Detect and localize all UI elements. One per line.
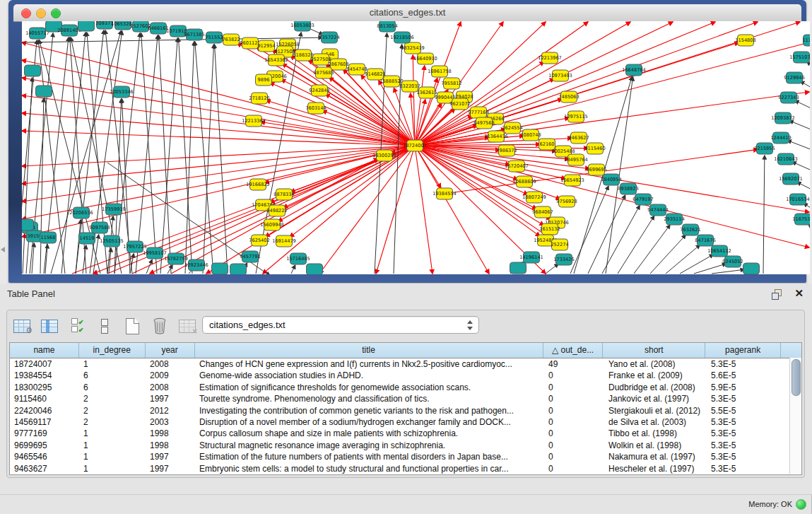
graph-node[interactable]: 9621072 — [449, 98, 470, 110]
float-panel-icon[interactable] — [772, 289, 782, 300]
graph-node[interactable] — [212, 263, 228, 274]
graph-node[interactable]: 1840954 — [601, 174, 621, 185]
graph-node[interactable]: 9129946 — [784, 72, 804, 83]
graph-node[interactable]: 9463627 — [568, 132, 589, 144]
graph-node[interactable]: 19166822 — [246, 179, 270, 190]
close-panel-icon[interactable]: ✕ — [794, 288, 804, 299]
table-row[interactable]: 969969511998Structural magnetic resonanc… — [10, 440, 801, 451]
graph-node[interactable]: 12093872 — [771, 112, 795, 124]
graph-node[interactable]: 16648784 — [622, 64, 646, 76]
column-header-pagerank[interactable]: pagerank — [705, 343, 781, 358]
graph-node[interactable]: 19384554 — [433, 188, 457, 199]
table-row[interactable]: 2242004622012Investigating the contribut… — [10, 405, 801, 416]
graph-node[interactable]: 9896 — [256, 74, 272, 86]
column-header-in_degree[interactable]: in_degree — [79, 343, 146, 358]
graph-node[interactable]: 9242844 — [309, 85, 329, 96]
graph-node[interactable]: 2718126 — [249, 93, 269, 104]
table-mode-button[interactable]: ⚙ — [13, 317, 31, 335]
graph-node[interactable]: 5875685 — [313, 67, 334, 78]
graph-node[interactable] — [78, 21, 95, 31]
graph-node[interactable]: 111730 — [802, 35, 810, 46]
graph-node[interactable] — [25, 65, 41, 76]
table-row[interactable]: 1872400712008Changes of HCN gene express… — [10, 358, 801, 370]
graph-node[interactable]: 7357224 — [319, 32, 339, 43]
row-options-button[interactable] — [95, 317, 114, 335]
graph-node[interactable]: 912954 — [257, 40, 275, 52]
graph-node[interactable]: 12213363 — [242, 115, 266, 127]
graph-node[interactable]: 8938923 — [618, 183, 638, 194]
table-row[interactable]: 946554611997Estimation of the future num… — [10, 451, 801, 462]
graph-node[interactable]: 7632621 — [680, 224, 700, 235]
graph-node[interactable]: 9245052 — [722, 256, 743, 267]
graph-node[interactable]: 1362615 — [416, 87, 437, 98]
graph-node[interactable]: 8878334 — [273, 189, 294, 200]
graph-node[interactable]: 14196141 — [519, 252, 543, 263]
graph-node[interactable]: 763822 — [222, 34, 240, 45]
graph-node[interactable]: 15716485 — [286, 253, 310, 264]
graph-node[interactable]: 7625402 — [249, 235, 269, 246]
graph-node[interactable]: 11568 — [40, 232, 57, 243]
graph-node[interactable]: 16053803 — [290, 21, 314, 31]
graph-node[interactable]: 14519 — [79, 233, 95, 244]
window-titlebar[interactable]: citations_edges.txt — [13, 4, 801, 22]
show-column-button[interactable] — [40, 317, 59, 335]
table-row[interactable]: 911546021997Tourette syndrome. Phenomeno… — [10, 393, 801, 404]
graph-node[interactable]: 9115460 — [584, 143, 605, 154]
graph-node[interactable]: 7955812 — [441, 78, 461, 89]
graph-node[interactable] — [743, 263, 760, 274]
graph-node[interactable]: 12505135 — [100, 235, 124, 247]
graph-node[interactable]: 9756928 — [556, 196, 577, 207]
select-attributes-button[interactable]: ✔✔ — [68, 317, 86, 335]
column-header-year[interactable]: year — [146, 343, 195, 358]
create-table-button[interactable] — [123, 317, 141, 335]
graph-node[interactable]: 9227343 — [778, 92, 799, 103]
graph-node[interactable]: 9498222 — [266, 205, 287, 216]
graph-node[interactable]: 9699695 — [586, 164, 606, 175]
graph-node[interactable]: 20206536 — [69, 207, 93, 218]
scrollbar-thumb[interactable] — [792, 359, 801, 396]
column-header-title[interactable]: title — [195, 343, 543, 358]
column-header-short[interactable]: short — [603, 343, 705, 358]
graph-node[interactable]: 16961758 — [428, 66, 452, 77]
network-canvas[interactable]: 1872400718300295763822960112891295415226… — [22, 21, 810, 274]
graph-node[interactable]: 10654112 — [707, 245, 731, 257]
graph-node[interactable]: 1244419 — [770, 132, 791, 144]
graph-node[interactable] — [510, 262, 526, 274]
graph-node[interactable]: 10688609 — [512, 176, 536, 187]
graph-node[interactable]: 252274 — [551, 239, 568, 250]
graph-node[interactable]: 3624554 — [502, 122, 522, 134]
graph-node[interactable]: 1154808 — [735, 35, 755, 46]
graph-node[interactable]: 2935114 — [664, 214, 684, 225]
graph-node[interactable]: 16914479 — [272, 235, 296, 247]
graph-node[interactable]: 9457791 — [240, 251, 260, 262]
column-header-name[interactable]: name — [10, 343, 79, 358]
graph-node[interactable]: 12213967 — [538, 52, 562, 64]
graph-node[interactable]: 12923446 — [184, 259, 208, 271]
delete-table-button[interactable]: ✕ — [178, 317, 196, 335]
graph-node[interactable]: 8471676 — [695, 235, 715, 246]
graph-node[interactable]: 9777169 — [468, 107, 488, 118]
graph-node[interactable]: 7986372 — [496, 145, 517, 156]
graph-node[interactable]: 9684067 — [532, 206, 553, 218]
graph-node[interactable]: 9097588 — [89, 222, 110, 233]
memory-status-icon[interactable] — [796, 499, 806, 510]
graph-node[interactable]: 9671385 — [184, 29, 204, 40]
graph-node[interactable]: 6497568 — [473, 117, 494, 129]
graph-node[interactable]: 8215955 — [754, 143, 775, 154]
graph-node[interactable]: 7603144 — [305, 103, 326, 114]
graph-node[interactable]: 1167533 — [792, 214, 810, 225]
graph-node[interactable]: 17016534 — [786, 194, 810, 205]
table-row[interactable]: 977716911998Corpus callosum shape and si… — [10, 428, 801, 439]
table-row[interactable]: 1830029562008Estimation of significance … — [10, 382, 801, 393]
graph-node[interactable]: 6479197 — [632, 194, 653, 205]
graph-node[interactable] — [36, 86, 52, 97]
graph-node[interactable] — [22, 219, 34, 230]
vertical-scrollbar[interactable] — [789, 358, 801, 474]
graph-node[interactable]: 19218506 — [390, 32, 414, 43]
graph-node[interactable]: 15751074 — [789, 52, 810, 63]
graph-node[interactable]: 12975115 — [564, 111, 588, 122]
graph-node[interactable]: 751552 — [205, 32, 223, 43]
delete-entries-button[interactable] — [151, 317, 169, 335]
graph-node[interactable]: 15609948 — [260, 219, 284, 230]
graph-node[interactable]: 1615132 — [539, 223, 560, 235]
